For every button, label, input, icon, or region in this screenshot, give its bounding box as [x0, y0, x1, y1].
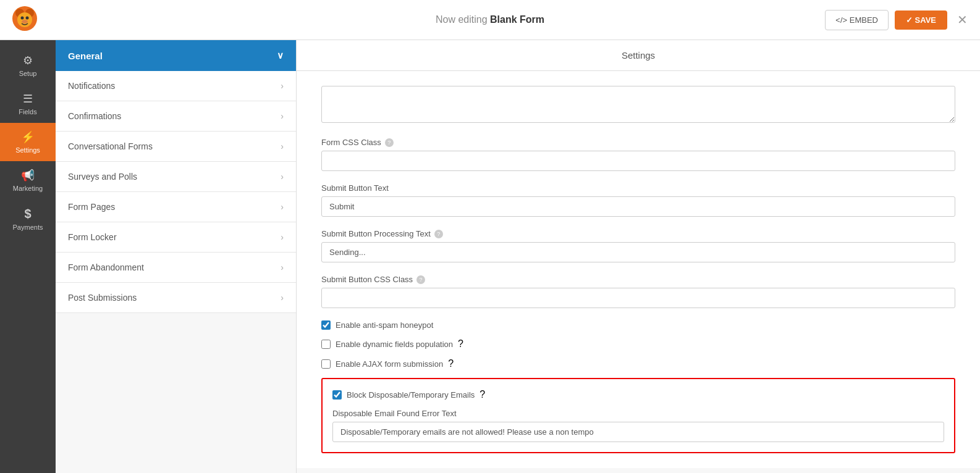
sidebar-item-payments[interactable]: $ Payments [0, 199, 56, 238]
payments-icon: $ [24, 207, 31, 221]
ajax-row: Enable AJAX form submission ? [321, 358, 955, 369]
top-bar-actions: </> EMBED ✓ SAVE ✕ [825, 10, 968, 30]
antispam-label: Enable anti-spam honeypot [336, 320, 433, 330]
ajax-help-icon[interactable]: ? [448, 358, 454, 369]
submit-processing-input[interactable] [321, 242, 955, 262]
marketing-icon: 📢 [21, 169, 35, 182]
disposable-email-error-group: Disposable Email Found Error Text [332, 409, 944, 442]
save-button[interactable]: ✓ SAVE [895, 10, 947, 30]
chevron-right-icon: › [281, 111, 284, 121]
sidebar-item-marketing[interactable]: 📢 Marketing [0, 161, 56, 199]
svg-point-4 [21, 17, 24, 20]
antispam-checkbox[interactable] [321, 320, 331, 330]
sidebar-item-fields[interactable]: ☰ Fields [0, 85, 56, 123]
form-group-top-textarea [321, 86, 955, 125]
chevron-right-icon: › [281, 172, 284, 182]
settings-title: Settings [297, 40, 980, 71]
sidebar-item-form-abandonment[interactable]: Form Abandonment › [56, 253, 296, 283]
block-disposable-row: Block Disposable/Temporary Emails ? [332, 389, 944, 400]
main-content: Settings Form CSS Class ? Submit Button … [297, 40, 980, 473]
ajax-checkbox[interactable] [321, 359, 331, 369]
chevron-right-icon: › [281, 81, 284, 91]
form-group-css-class: Form CSS Class ? [321, 138, 955, 171]
submit-processing-help-icon[interactable]: ? [434, 230, 443, 238]
sidebar-item-confirmations[interactable]: Confirmations › [56, 101, 296, 132]
chevron-right-icon: › [281, 202, 284, 212]
disposable-email-input[interactable] [332, 422, 944, 442]
chevron-down-icon: ∨ [277, 50, 284, 61]
antispam-row: Enable anti-spam honeypot [321, 320, 955, 330]
sidebar-item-form-pages[interactable]: Form Pages › [56, 192, 296, 222]
sidebar-item-conversational-forms[interactable]: Conversational Forms › [56, 132, 296, 162]
form-css-class-help-icon[interactable]: ? [385, 138, 394, 147]
svg-point-5 [26, 17, 29, 20]
form-group-submit-css: Submit Button CSS Class ? [321, 275, 955, 308]
top-bar: Now editing Blank Form </> EMBED ✓ SAVE … [0, 0, 980, 40]
sidebar-item-surveys-polls[interactable]: Surveys and Polls › [56, 162, 296, 192]
block-disposable-help-icon[interactable]: ? [479, 389, 485, 400]
sidebar-item-post-submissions[interactable]: Post Submissions › [56, 283, 296, 313]
logo [9, 3, 40, 36]
chevron-right-icon: › [281, 293, 284, 303]
block-disposable-label: Block Disposable/Temporary Emails [347, 390, 475, 400]
fields-icon: ☰ [23, 92, 33, 106]
dynamic-fields-label: Enable dynamic fields population [336, 340, 453, 349]
submit-button-text-input[interactable] [321, 196, 955, 217]
editing-title: Now editing Blank Form [436, 14, 544, 25]
setup-icon: ⚙ [23, 54, 33, 67]
submit-button-text-label: Submit Button Text [321, 183, 955, 193]
chevron-right-icon: › [281, 262, 284, 272]
general-header[interactable]: General ∨ [56, 40, 296, 71]
sidebar-item-settings[interactable]: ⚡ Settings [0, 123, 56, 161]
disposable-emails-box: Block Disposable/Temporary Emails ? Disp… [321, 378, 955, 453]
svg-point-6 [22, 20, 28, 23]
embed-button[interactable]: </> EMBED [825, 10, 889, 30]
form-group-submit-text: Submit Button Text [321, 183, 955, 217]
ajax-label: Enable AJAX form submission [336, 359, 443, 369]
close-button[interactable]: ✕ [957, 12, 968, 27]
submit-css-help-icon[interactable]: ? [416, 275, 425, 284]
top-textarea[interactable] [321, 86, 955, 123]
form-css-class-label: Form CSS Class ? [321, 138, 955, 147]
sidebar-dark: ⚙ Setup ☰ Fields ⚡ Settings 📢 Marketing … [0, 40, 56, 473]
submit-processing-label: Submit Button Processing Text ? [321, 229, 955, 238]
dynamic-fields-checkbox[interactable] [321, 340, 331, 349]
sidebar-item-form-locker[interactable]: Form Locker › [56, 222, 296, 253]
sidebar-settings: General ∨ Notifications › Confirmations … [56, 40, 297, 473]
block-disposable-checkbox[interactable] [332, 390, 342, 400]
form-group-processing-text: Submit Button Processing Text ? [321, 229, 955, 262]
sidebar-item-notifications[interactable]: Notifications › [56, 71, 296, 101]
disposable-email-label: Disposable Email Found Error Text [332, 409, 944, 418]
submit-css-label: Submit Button CSS Class ? [321, 275, 955, 284]
sidebar-item-setup[interactable]: ⚙ Setup [0, 46, 56, 85]
dynamic-fields-help-icon[interactable]: ? [458, 338, 463, 350]
settings-icon: ⚡ [21, 130, 35, 144]
chevron-right-icon: › [281, 232, 284, 242]
form-css-class-input[interactable] [321, 151, 955, 171]
chevron-right-icon: › [281, 141, 284, 151]
submit-css-input[interactable] [321, 288, 955, 308]
dynamic-fields-row: Enable dynamic fields population ? [321, 338, 955, 350]
